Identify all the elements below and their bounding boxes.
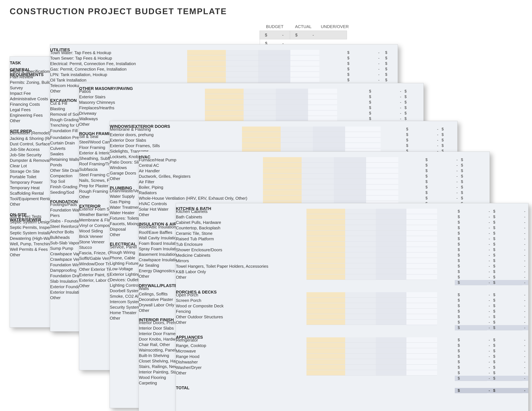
- line-item: Survey: [10, 85, 23, 90]
- line-item: Scaffolding Rental: [10, 191, 44, 196]
- line-item: Well Permits & Fees: [10, 247, 48, 252]
- line-item: Dewatering (High-Water): [10, 236, 56, 241]
- line-item: Legal Fees: [10, 107, 31, 112]
- line-item: Financing Costs: [10, 102, 40, 107]
- line-item: Permits: Zoning, Building: [10, 80, 57, 85]
- summary-underover-label: UNDER/OVER: [321, 24, 349, 29]
- line-item: Temporary Power: [10, 180, 43, 185]
- line-item: Engineering Fees: [10, 113, 43, 118]
- line-item: Demolition (Remodel): [10, 131, 50, 136]
- line-item: Job-Site Security: [10, 152, 42, 158]
- line-item: Portable Toilet: [10, 174, 36, 179]
- line-item: Clear Lot: [10, 163, 27, 168]
- line-item: Plans & Specifications: [10, 69, 51, 74]
- line-item: Temporary Heat: [10, 185, 40, 190]
- line-item: Well, Pump, Trenching: [10, 241, 52, 246]
- line-item: Dumpster & Removal: [10, 158, 50, 163]
- line-item: Administrative Costs: [10, 96, 48, 101]
- line-item: Dust Control, Surface: [10, 141, 50, 147]
- line-item: Plan Review: [10, 74, 33, 79]
- line-item: Soil & Perc Tests: [10, 214, 41, 219]
- page-title: CONSTRUCTION PROJECT BUDGET TEMPLATE: [10, 6, 227, 16]
- page: { "title": "CONSTRUCTION PROJECT BUDGET …: [0, 0, 532, 411]
- summary-cells: $- $- $-: [260, 31, 347, 39]
- line-item: Impact Fee: [10, 91, 31, 96]
- summary-actual-label: ACTUAL: [295, 24, 312, 29]
- line-item: Tool/Equipment Rental: [10, 196, 52, 201]
- section-header: TASK: [10, 60, 21, 65]
- line-item: Septic System Design: [10, 219, 51, 224]
- line-item: Job-Site Access: [10, 147, 40, 152]
- line-item: Storage On Site: [10, 169, 40, 174]
- line-item: Other: [10, 202, 20, 207]
- line-item: Other: [10, 118, 20, 123]
- sheet5: KITCHEN & BATHKitchen CabinetsBath Cabin…: [176, 203, 528, 411]
- summary-budget-label: BUDGET: [266, 24, 283, 29]
- line-item: Other: [10, 252, 20, 257]
